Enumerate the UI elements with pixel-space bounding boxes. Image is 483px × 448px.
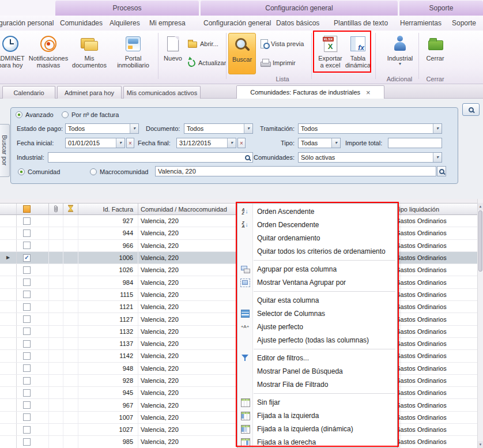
vista-previa-button[interactable]: Vista previa [261,38,304,50]
tab-close-icon[interactable]: × [366,89,371,96]
radio-por-numero-factura[interactable]: Por nº de factura [62,111,119,119]
header-attachment[interactable] [49,204,63,214]
row-checkbox[interactable] [23,389,31,397]
ribbon-tab-plantillas-de-texto[interactable]: Plantillas de texto [334,19,388,27]
row-checkbox[interactable] [23,266,31,274]
row-checkbox[interactable] [23,303,31,311]
industrial-button[interactable]: Industrial ▾ [385,32,415,78]
ribbon-tab-configuracion-personal[interactable]: Configuración personal [0,19,54,27]
chevron-down-icon[interactable]: ▾ [130,124,138,133]
row-checkbox[interactable] [23,401,31,409]
community-search-input[interactable] [155,166,436,176]
checkbox-cell[interactable] [17,350,49,362]
notificaciones-masivas-button[interactable]: Notificaciones masivas [28,32,69,78]
ribbon-tab-datos-basicos[interactable]: Datos básicos [276,19,319,27]
checkbox-cell[interactable] [17,399,49,411]
menu-item-selector-de-columnas[interactable]: Selector de Columnas [237,307,397,320]
row-checkbox[interactable] [23,364,31,372]
menu-item-sin-fijar[interactable]: Sin fijar [237,396,397,409]
ribbon-tab-configuracion-general[interactable]: Configuración general [203,19,271,27]
row-checkbox[interactable] [23,217,31,225]
comunidades-select[interactable]: Sólo activas ▾ [298,152,442,163]
fecha-inicial-datepicker[interactable]: 01/01/2015 ▾ [65,138,125,148]
row-checkbox[interactable] [23,278,31,286]
menu-item-agrupar-por-esta-columna[interactable]: Agrupar por esta columna [237,262,397,276]
checkbox-cell[interactable] [17,289,49,300]
menu-item-mostrar-panel-de-busqueda[interactable]: Mostrar Panel de Búsqueda [237,364,397,378]
actualizar-button[interactable]: Actualizar [188,57,226,69]
menu-item-editor-de-filtros[interactable]: Editor de filtros... [237,351,397,364]
checkbox-cell[interactable] [17,301,49,313]
tipo-select[interactable]: Todas ▾ [298,138,341,148]
adminet-para-hoy-button[interactable]: ADMINET para hoy [0,32,29,78]
menu-item-quitar-todos-los-criterios-de-ordenamiento[interactable]: Quitar todos los criterios de ordenamien… [237,244,397,258]
buscar-por-side-tab[interactable]: Buscar por [0,124,10,177]
row-checkbox[interactable] [23,438,31,446]
ribbon-tab-herramientas[interactable]: Herramientas [400,19,442,27]
checkbox-cell[interactable] [17,215,49,227]
scroll-down-icon[interactable]: ▼ [478,441,483,448]
checkbox-cell[interactable] [17,387,49,398]
menu-item-quitar-ordenamiento[interactable]: Quitar ordenamiento [237,231,397,244]
checkbox-cell[interactable] [17,240,49,251]
document-tab-comunidades-facturas-de-industriales[interactable]: Comunidades: Facturas de industriales× [236,85,384,99]
checkbox-cell[interactable] [17,338,49,349]
ribbon-tab-alquileres[interactable]: Alquileres [110,19,140,27]
checkbox-cell[interactable] [17,424,49,435]
menu-item-fijada-a-la-derecha[interactable]: Fijada a la derecha [237,435,397,448]
checkbox-cell[interactable] [17,412,49,423]
row-checkbox[interactable] [23,242,31,249]
row-checkbox[interactable] [23,315,31,323]
checkbox-cell[interactable] [17,436,49,447]
document-tab-adminet-para-hoy[interactable]: Adminet para hoy [57,86,122,99]
select-all-checkbox-icon[interactable] [23,205,31,213]
buscar-button[interactable]: Buscar [228,33,256,74]
menu-item-mostrar-ventana-agrupar-por[interactable]: Mostrar Ventana Agrupar por [237,276,397,289]
row-checkbox[interactable]: ✓ [23,254,31,262]
document-tab-calendario[interactable]: Calendario [2,86,55,99]
menu-item-orden-descendente[interactable]: ZA↓Orden Descendente [237,218,397,231]
fecha-final-datepicker[interactable]: 31/12/2015 ▾ [176,138,236,148]
menu-item-fijada-a-la-izquierda[interactable]: Fijada a la izquierda [237,409,397,422]
row-checkbox[interactable] [23,426,31,434]
row-checkbox[interactable] [23,413,31,421]
checkbox-cell[interactable] [17,227,49,239]
checkbox-cell[interactable] [17,363,49,374]
row-checkbox[interactable] [23,377,31,385]
row-checkbox[interactable] [23,340,31,348]
filter-search-button[interactable] [462,103,480,116]
header-status[interactable] [63,204,78,214]
tabla-dinamica-button[interactable]: fx Tabla dinámica [345,32,371,78]
vertical-scrollbar[interactable]: ▲ ▼ [477,199,483,448]
fecha-inicial-clear-button[interactable]: × [126,138,134,148]
checkbox-cell[interactable] [17,313,49,325]
checkbox-cell[interactable] [17,326,49,337]
checkbox-cell[interactable] [17,264,49,276]
community-search-button[interactable] [437,166,446,176]
row-checkbox[interactable] [23,352,31,360]
abrir-button[interactable]: Abrir... [188,38,218,50]
importe-total-input[interactable] [388,138,442,148]
row-checkbox[interactable] [23,229,31,237]
menu-item-fijada-a-la-izquierda-dinamica[interactable]: Fijada a la izquierda (dinámica) [237,422,397,435]
header-id-factura[interactable]: Id. Factura [78,204,138,214]
checkbox-cell[interactable] [17,375,49,386]
checkbox-cell[interactable] [17,276,49,288]
imprimir-button[interactable]: Imprimir [261,57,296,69]
ribbon-tab-mi-empresa[interactable]: Mi empresa [149,19,186,27]
exportar-a-excel-button[interactable]: XLSXX Exportar a excel [316,32,344,78]
nuevo-button[interactable]: Nuevo [161,32,185,78]
ribbon-tab-soporte[interactable]: Soporte [452,19,476,27]
mis-documentos-button[interactable]: Mis documentos [70,32,108,78]
chevron-down-icon[interactable]: ▾ [433,124,442,133]
cerrar-button[interactable]: Cerrar [421,32,449,78]
row-checkbox[interactable] [23,291,31,298]
header-tipo-liquidacion[interactable]: Tipo liquidación [394,204,477,214]
header-select-all[interactable] [17,204,49,214]
portal-inmobiliario-button[interactable]: Portal inmobiliario [112,32,154,78]
estado-de-pago-select[interactable]: Todos ▾ [65,123,139,134]
radio-avanzado[interactable]: Avanzado [16,111,54,119]
chevron-down-icon[interactable]: ▾ [331,138,340,148]
industrial-input-field[interactable] [48,153,242,161]
industrial-input[interactable] [48,152,253,163]
